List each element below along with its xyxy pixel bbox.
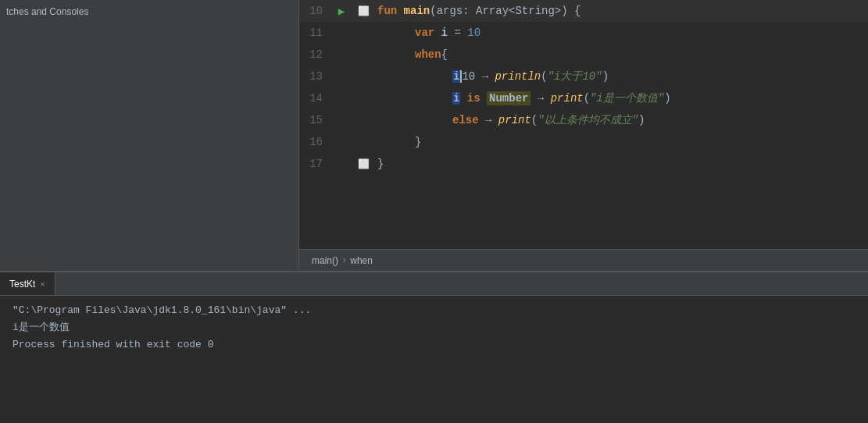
run-icon[interactable]: ▶ [338, 5, 345, 18]
line-11-content: var i = 10 [374, 27, 480, 39]
sidebar-title: tches and Consoles [0, 3, 95, 20]
tab-close-button[interactable]: × [40, 279, 45, 289]
code-line-11: 11 var i = 10 [299, 22, 868, 44]
line-number-15: 15 [299, 114, 330, 126]
breadcrumb-main[interactable]: main() [312, 255, 338, 266]
tab-testkt-label: TestKt [9, 279, 35, 290]
code-line-16: 16 } [299, 131, 868, 153]
bookmark-icon-17: ⬜ [358, 158, 370, 170]
breadcrumb-sep: › [341, 255, 347, 266]
code-line-15: 15 else → print ( "以上条件均不成立" ) [299, 109, 868, 131]
line-number-17: 17 [299, 158, 330, 170]
line-12-content: when { [374, 48, 448, 61]
line-number-12: 12 [299, 48, 330, 61]
console-line-1: "C:\Program Files\Java\jdk1.8.0_161\bin\… [13, 302, 855, 319]
bookmark-icon: ⬜ [358, 5, 370, 17]
console-output: "C:\Program Files\Java\jdk1.8.0_161\bin\… [0, 296, 868, 423]
kw-fun: fun [377, 5, 404, 17]
console-tabs: TestKt × [0, 272, 868, 296]
bookmark-gutter-10: ⬜ [352, 5, 374, 17]
line-number-11: 11 [299, 27, 330, 39]
sidebar: tches and Consoles [0, 0, 299, 271]
breadcrumb-bar: main() › when [299, 249, 868, 271]
code-line-17: 17 ⬜ } [299, 153, 868, 175]
line-14-content: i is Number → print ( "i是一个数值" ) [374, 91, 671, 105]
line-13-content: i 10 → println ( "i大于10" ) [374, 69, 609, 84]
code-line-12: 12 when { [299, 44, 868, 66]
code-line-10: 10 ▶ ⬜ fun main ( args : Array<String> )… [299, 0, 868, 22]
console-line-3: Process finished with exit code 0 [13, 336, 855, 354]
code-lines: 10 ▶ ⬜ fun main ( args : Array<String> )… [299, 0, 868, 249]
breadcrumb-when[interactable]: when [350, 255, 373, 266]
line-17-content: } [374, 158, 384, 170]
line-number-13: 13 [299, 70, 330, 83]
code-line-14: 14 i is Number → print ( "i是一个数值" ) [299, 87, 868, 109]
main-area: tches and Consoles 10 ▶ ⬜ fun main ( arg… [0, 0, 868, 271]
line-number-16: 16 [299, 136, 330, 148]
line-16-content: } [374, 136, 421, 148]
console-line-2: i是一个数值 [13, 319, 855, 336]
code-line-13: 13 i 10 → println ( "i大于10" ) [299, 66, 868, 87]
fn-name-main: main [404, 5, 430, 17]
line-10-content: fun main ( args : Array<String> ) { [374, 5, 580, 17]
tab-testkt[interactable]: TestKt × [0, 272, 55, 295]
console-area: TestKt × "C:\Program Files\Java\jdk1.8.0… [0, 271, 868, 423]
line-number-14: 14 [299, 92, 330, 105]
code-editor[interactable]: 10 ▶ ⬜ fun main ( args : Array<String> )… [299, 0, 868, 271]
line-gutter-17b: ⬜ [352, 158, 374, 170]
line-gutter-10[interactable]: ▶ [330, 5, 352, 18]
line-15-content: else → print ( "以上条件均不成立" ) [374, 113, 645, 127]
line-number-10: 10 [299, 5, 330, 17]
